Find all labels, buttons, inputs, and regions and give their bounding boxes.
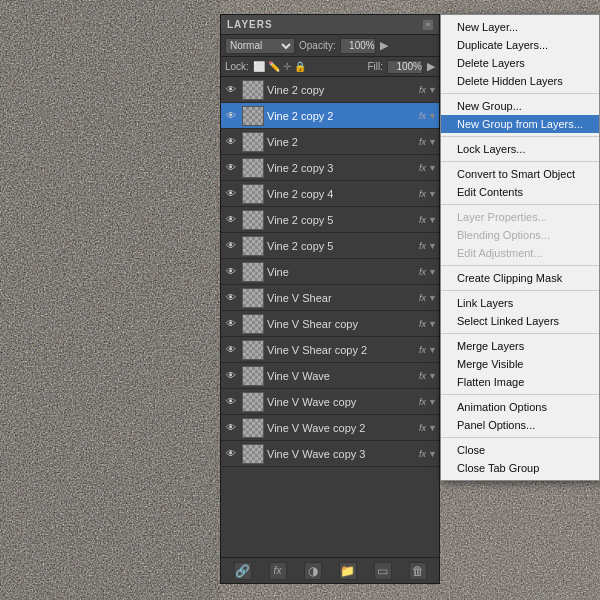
menu-item[interactable]: Lock Layers...: [441, 140, 599, 158]
layer-arrow-icon: ▼: [428, 85, 437, 95]
new-layer-button[interactable]: ▭: [374, 562, 392, 580]
layer-fx-icon: fx: [419, 189, 426, 199]
layer-item[interactable]: 👁Vine V Shearfx▼: [221, 285, 439, 311]
layer-visibility-icon[interactable]: 👁: [223, 108, 239, 124]
layer-visibility-icon[interactable]: 👁: [223, 394, 239, 410]
menu-separator: [441, 93, 599, 94]
layer-arrow-icon: ▼: [428, 189, 437, 199]
folder-button[interactable]: 📁: [339, 562, 357, 580]
layer-visibility-icon[interactable]: 👁: [223, 212, 239, 228]
layer-visibility-icon[interactable]: 👁: [223, 186, 239, 202]
layer-fx-icon: fx: [419, 345, 426, 355]
layer-name: Vine V Wave copy: [267, 396, 417, 408]
lock-all-icon[interactable]: 🔒: [294, 61, 306, 72]
menu-separator: [441, 136, 599, 137]
menu-item[interactable]: Convert to Smart Object: [441, 165, 599, 183]
layer-fx-icon: fx: [419, 215, 426, 225]
layer-visibility-icon[interactable]: 👁: [223, 264, 239, 280]
fill-arrow: ▶: [427, 60, 435, 73]
layer-item[interactable]: 👁Vinefx▼: [221, 259, 439, 285]
layer-thumbnail: [242, 262, 264, 282]
layer-item[interactable]: 👁Vine V Wavefx▼: [221, 363, 439, 389]
menu-item[interactable]: New Layer...: [441, 18, 599, 36]
layer-thumbnail: [242, 288, 264, 308]
fx-button[interactable]: fx: [269, 562, 287, 580]
layer-fx-icon: fx: [419, 267, 426, 277]
menu-item[interactable]: Panel Options...: [441, 416, 599, 434]
layer-visibility-icon[interactable]: 👁: [223, 420, 239, 436]
layers-list[interactable]: 👁Vine 2 copyfx▼👁Vine 2 copy 2fx▼👁Vine 2f…: [221, 77, 439, 557]
layer-item[interactable]: 👁Vine 2 copyfx▼: [221, 77, 439, 103]
menu-item[interactable]: Delete Layers: [441, 54, 599, 72]
layer-name: Vine 2 copy 4: [267, 188, 417, 200]
menu-item[interactable]: Edit Contents: [441, 183, 599, 201]
blend-mode-select[interactable]: Normal: [225, 38, 295, 54]
menu-item[interactable]: Link Layers: [441, 294, 599, 312]
layer-thumbnail: [242, 132, 264, 152]
layer-fx-icon: fx: [419, 397, 426, 407]
menu-item[interactable]: New Group...: [441, 97, 599, 115]
menu-separator: [441, 204, 599, 205]
layer-visibility-icon[interactable]: 👁: [223, 134, 239, 150]
layer-arrow-icon: ▼: [428, 267, 437, 277]
lock-image-icon[interactable]: ✏️: [268, 61, 280, 72]
menu-item[interactable]: Merge Layers: [441, 337, 599, 355]
layer-fx-icon: fx: [419, 111, 426, 121]
layer-visibility-icon[interactable]: 👁: [223, 238, 239, 254]
lock-label: Lock:: [225, 61, 249, 72]
layer-item[interactable]: 👁Vine V Wave copy 2fx▼: [221, 415, 439, 441]
layer-item[interactable]: 👁Vine V Shear copyfx▼: [221, 311, 439, 337]
menu-item[interactable]: New Group from Layers...: [441, 115, 599, 133]
menu-item: Blending Options...: [441, 226, 599, 244]
layer-visibility-icon[interactable]: 👁: [223, 446, 239, 462]
menu-separator: [441, 333, 599, 334]
menu-item[interactable]: Merge Visible: [441, 355, 599, 373]
menu-item[interactable]: Flatten Image: [441, 373, 599, 391]
layer-item[interactable]: 👁Vine 2fx▼: [221, 129, 439, 155]
opacity-arrow: ▶: [380, 39, 388, 52]
layer-fx-icon: fx: [419, 85, 426, 95]
menu-item[interactable]: Close: [441, 441, 599, 459]
menu-item[interactable]: Animation Options: [441, 398, 599, 416]
menu-item[interactable]: Close Tab Group: [441, 459, 599, 477]
fill-input[interactable]: [387, 60, 423, 74]
layer-thumbnail: [242, 392, 264, 412]
layer-visibility-icon[interactable]: 👁: [223, 160, 239, 176]
opacity-label: Opacity:: [299, 40, 336, 51]
menu-item[interactable]: Duplicate Layers...: [441, 36, 599, 54]
layer-thumbnail: [242, 106, 264, 126]
lock-icons: ⬜ ✏️ ✛ 🔒: [253, 61, 306, 72]
layer-arrow-icon: ▼: [428, 215, 437, 225]
delete-layer-button[interactable]: 🗑: [409, 562, 427, 580]
layer-visibility-icon[interactable]: 👁: [223, 290, 239, 306]
layer-item[interactable]: 👁Vine 2 copy 5fx▼: [221, 207, 439, 233]
layer-visibility-icon[interactable]: 👁: [223, 342, 239, 358]
menu-item[interactable]: Select Linked Layers: [441, 312, 599, 330]
layer-item[interactable]: 👁Vine 2 copy 4fx▼: [221, 181, 439, 207]
layer-item[interactable]: 👁Vine V Shear copy 2fx▼: [221, 337, 439, 363]
layer-name: Vine 2 copy 5: [267, 240, 417, 252]
layer-thumbnail: [242, 444, 264, 464]
panel-menu-button[interactable]: ≡: [423, 20, 433, 30]
menu-item[interactable]: Create Clipping Mask: [441, 269, 599, 287]
layer-item[interactable]: 👁Vine 2 copy 3fx▼: [221, 155, 439, 181]
layer-name: Vine V Wave copy 2: [267, 422, 417, 434]
layer-thumbnail: [242, 340, 264, 360]
layer-visibility-icon[interactable]: 👁: [223, 316, 239, 332]
menu-item[interactable]: Delete Hidden Layers: [441, 72, 599, 90]
layer-item[interactable]: 👁Vine 2 copy 2fx▼: [221, 103, 439, 129]
panel-controls: ≡: [423, 20, 433, 30]
link-layers-button[interactable]: 🔗: [234, 562, 252, 580]
layer-visibility-icon[interactable]: 👁: [223, 368, 239, 384]
layer-visibility-icon[interactable]: 👁: [223, 82, 239, 98]
layer-fx-icon: fx: [419, 449, 426, 459]
opacity-input[interactable]: [340, 38, 376, 54]
layer-arrow-icon: ▼: [428, 241, 437, 251]
layer-item[interactable]: 👁Vine V Wave copy 3fx▼: [221, 441, 439, 467]
layer-name: Vine V Shear copy: [267, 318, 417, 330]
layer-item[interactable]: 👁Vine 2 copy 5fx▼: [221, 233, 439, 259]
layer-item[interactable]: 👁Vine V Wave copyfx▼: [221, 389, 439, 415]
lock-position-icon[interactable]: ✛: [283, 61, 291, 72]
adjustment-button[interactable]: ◑: [304, 562, 322, 580]
lock-transparent-icon[interactable]: ⬜: [253, 61, 265, 72]
